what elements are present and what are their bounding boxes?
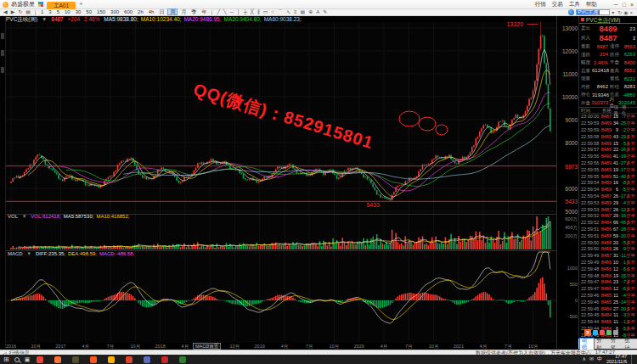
tray-icon[interactable]: 中 — [597, 356, 602, 363]
period-button-季[interactable]: 季 — [189, 9, 198, 14]
search-tool-icon[interactable]: × — [629, 10, 633, 15]
taskbar-app-icon[interactable] — [90, 356, 97, 363]
tick-row[interactable]: 22:59:56848941-27多开 — [579, 160, 637, 167]
period-button-周[interactable]: 周 — [167, 8, 178, 15]
close-button[interactable]: × — [630, 2, 634, 8]
tick-row[interactable]: 22:59:59848934-25空平 — [579, 120, 637, 127]
start-button[interactable]: ⊞ — [3, 356, 9, 363]
left-rail-marker[interactable] — [1, 50, 4, 56]
overlay-mini-icon[interactable] — [600, 330, 605, 335]
tick-row[interactable]: 22:59:50848826-9空平 — [579, 246, 637, 253]
tick-row[interactable]: 22:59:46848511-4空平 — [579, 293, 637, 300]
tick-row[interactable]: 22:59:48848619-15空平 — [579, 272, 637, 279]
period-button-300[interactable]: 300 — [109, 9, 121, 14]
taskbar-app-icon[interactable] — [179, 356, 186, 363]
draw-tool-icon[interactable]: ≡ — [294, 9, 297, 14]
badge-5-icon[interactable]: 5 — [584, 329, 591, 336]
search-tool-icon[interactable]: ◉ — [623, 10, 628, 15]
menu-item-帮助[interactable]: 帮助 — [586, 1, 597, 7]
left-rail-marker[interactable] — [1, 67, 4, 73]
search-tool-icon[interactable]: ↻ — [617, 10, 622, 15]
tick-row[interactable]: 22:59:51848667-28空平 — [579, 227, 637, 233]
period-button-10[interactable]: 10 — [63, 9, 72, 14]
workspace-tab[interactable]: 工A01 — [47, 2, 76, 9]
period-button-50[interactable]: 50 — [84, 9, 93, 14]
period-button-4h[interactable]: 4h — [147, 9, 156, 14]
overlay-mini-icon[interactable] — [613, 330, 618, 335]
tick-row[interactable]: 22:59:47848623-7多开 — [579, 279, 637, 286]
main-chart[interactable]: 133205433 — [6, 22, 556, 344]
tray-icon[interactable]: ∧ — [583, 356, 586, 363]
tick-row[interactable]: 22:59:52848466-46多开 — [579, 220, 637, 227]
tick-row[interactable]: 22:59:54848916-8多开 — [579, 180, 637, 187]
period-button-2h[interactable]: 2h — [136, 9, 145, 14]
overlay-mini-icon[interactable] — [593, 330, 598, 335]
tick-row[interactable]: 23:00:00848716-7空平 — [579, 114, 637, 120]
refresh-icon[interactable]: ↻ — [18, 9, 22, 14]
period-button-5[interactable]: 5 — [55, 9, 61, 14]
tick-row[interactable]: 22:59:49848610-1多开 — [579, 260, 637, 266]
menu-item-行情[interactable]: 行情 — [535, 1, 546, 7]
tick-row[interactable]: 22:59:55848919-17空平 — [579, 166, 637, 173]
symbol-search-input[interactable]: PVC主连 — [576, 9, 610, 15]
tick-row[interactable]: 22:59:58848915-5多开 — [579, 140, 637, 147]
tick-row[interactable]: 22:59:51848859-20空平 — [579, 232, 637, 239]
draw-tool-icon[interactable]: ─ — [230, 9, 234, 14]
minimize-button[interactable]: ─ — [614, 2, 618, 8]
draw-tool-icon[interactable]: ╲ — [223, 9, 227, 14]
period-button-30[interactable]: 30 — [74, 9, 83, 14]
taskbar-app-icon[interactable] — [108, 356, 115, 363]
tick-row[interactable]: 22:59:54848726-17多开 — [579, 193, 637, 200]
draw-tool-icon[interactable]: ╱ — [217, 9, 220, 14]
taskbar-app-icon[interactable] — [161, 356, 168, 363]
tick-row[interactable]: 22:59:45848411-3空平 — [579, 312, 637, 319]
tick-row[interactable]: 22:59:49848731-11空平 — [579, 253, 637, 260]
draw-tool-icon[interactable]: ⌒ — [278, 9, 283, 14]
draw-tool-icon[interactable]: ○ — [271, 9, 274, 14]
draw-tool-icon[interactable]: ∥ — [257, 9, 260, 14]
draw-tool-icon[interactable]: ∿ — [286, 9, 290, 14]
menu-item-交易[interactable]: 交易 — [552, 1, 563, 7]
period-button-日[interactable]: 日 — [157, 9, 166, 14]
taskbar-app-icon[interactable] — [144, 356, 150, 363]
tray-icon[interactable]: ✉ — [589, 356, 594, 363]
bid-row[interactable]: 买入 8487 3 — [579, 33, 637, 42]
taskbar-search-icon[interactable] — [14, 357, 20, 362]
draw-tool-icon[interactable]: ▭ — [263, 9, 268, 14]
tick-row[interactable]: 22:59:47848612-6多开 — [579, 286, 637, 293]
period-button-3[interactable]: 3 — [47, 9, 53, 14]
draw-tool-icon[interactable]: ╳ — [251, 9, 254, 14]
period-button-月[interactable]: 月 — [179, 9, 188, 14]
period-button-1[interactable]: 1 — [39, 9, 45, 14]
draw-tool-icon[interactable]: ⊕ — [308, 9, 313, 14]
taskbar-clock[interactable]: 17:47 2021/11/6 — [606, 355, 627, 364]
taskbar-app-icon[interactable] — [37, 356, 43, 363]
period-button-年[interactable]: 年 — [200, 9, 208, 14]
forward-icon[interactable]: ▶ — [11, 9, 15, 14]
overlay-mini-icon[interactable] — [606, 330, 612, 335]
show-desktop-button[interactable] — [631, 355, 634, 364]
tick-row[interactable]: 22:59:48848612-5多开 — [579, 266, 637, 272]
tick-table[interactable]: 23:00:00848716-7空平22:59:59848934-25空平22:… — [579, 114, 637, 339]
tick-row[interactable]: 22:59:58848943-29多开 — [579, 133, 637, 140]
taskbar-app-icon[interactable] — [72, 356, 79, 363]
left-rail-marker[interactable] — [1, 33, 4, 39]
back-icon[interactable]: ◀ — [3, 9, 8, 14]
draw-tool-icon[interactable]: A — [316, 9, 319, 14]
tick-row[interactable]: 22:59:52848729-16空平 — [579, 213, 637, 220]
chevron-down-icon[interactable]: ▼ — [26, 251, 31, 256]
workspace-grid-icon[interactable] — [38, 2, 43, 7]
tick-row[interactable]: 22:59:57848922-16多开 — [579, 147, 637, 154]
menu-item-工具[interactable]: 工具 — [569, 1, 580, 7]
period-button-150[interactable]: 150 — [95, 9, 107, 14]
chart-symbol-label[interactable]: PVC连续(周) — [6, 16, 37, 22]
taskbar-app-icon[interactable] — [54, 356, 61, 363]
tick-row[interactable]: 22:59:55848951-40多开 — [579, 173, 637, 180]
taskbar-app-icon[interactable] — [126, 356, 132, 363]
volume-indicator-name[interactable]: VOL — [8, 214, 18, 219]
task-view-icon[interactable]: ▣ — [25, 356, 31, 363]
ask-row[interactable]: 卖出 8489 23 — [579, 24, 637, 33]
layout-icon[interactable]: ▤ — [25, 9, 31, 14]
draw-tool-icon[interactable]: ✎ — [323, 9, 327, 14]
draw-tool-icon[interactable]: │ — [237, 9, 240, 14]
